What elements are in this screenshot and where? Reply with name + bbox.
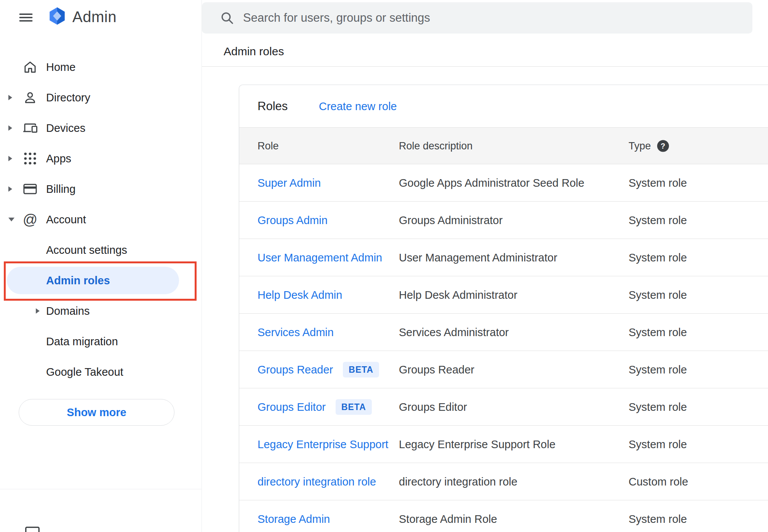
devices-icon [21,119,39,137]
role-type: System role [629,513,687,525]
hamburger-menu-icon[interactable] [17,8,35,27]
table-row: Groups ReaderBETAGroups ReaderSystem rol… [239,351,768,388]
column-header-description: Role description [399,140,473,152]
roles-table-body: Super AdminGoogle Apps Administrator See… [239,164,768,532]
chevron-right-icon[interactable] [8,95,12,100]
role-link[interactable]: Help Desk Admin [258,288,342,301]
role-link[interactable]: User Management Admin [258,251,382,264]
role-type: System role [629,438,687,450]
search-input[interactable] [243,11,752,25]
billing-icon [21,180,39,198]
sidebar-item-label: Google Takeout [46,366,123,378]
role-type: System role [629,401,687,413]
sidebar-item-domains[interactable]: Domains [0,296,202,326]
role-type: Custom role [629,475,688,488]
role-link[interactable]: Groups Editor [258,401,326,413]
table-row: Legacy Enterprise SupportLegacy Enterpri… [239,426,768,463]
chevron-down-icon[interactable] [8,218,14,221]
sidebar-item-label: Account [46,213,86,226]
role-description: User Management Administrator [399,251,557,264]
role-description: Groups Reader [399,363,474,376]
home-icon [21,58,39,76]
sidebar-item-google-takeout[interactable]: Google Takeout [0,357,202,387]
sidebar-item-home[interactable]: Home [0,52,202,82]
role-description: Storage Admin Role [399,513,497,525]
role-description: Services Administrator [399,326,509,338]
role-description: Google Apps Administrator Seed Role [399,176,584,189]
show-more-label: Show more [67,406,126,419]
column-header-role: Role [258,140,279,152]
account-icon: @ [21,211,39,228]
role-description: directory integration role [399,475,517,488]
beta-badge: BETA [336,399,372,415]
role-type: System role [629,251,687,264]
beta-badge: BETA [343,362,379,377]
sidebar-item-label: Home [46,61,75,74]
help-icon[interactable]: ? [657,140,669,152]
sidebar-item-admin-roles[interactable]: Admin roles [0,265,202,296]
create-new-role-link[interactable]: Create new role [319,100,397,112]
apps-icon [21,150,39,167]
table-row: Groups EditorBETAGroups EditorSystem rol… [239,388,768,426]
sidebar-nav: HomeDirectoryDevicesAppsBilling@AccountA… [0,52,202,387]
role-description: Groups Editor [399,401,467,413]
sidebar-bottom-partial-icon [24,524,41,532]
chevron-right-icon[interactable] [8,125,12,131]
header-divider [202,66,768,67]
show-more-button[interactable]: Show more [19,399,174,426]
sidebar-item-label: Data migration [46,335,118,348]
role-description: Legacy Enterprise Support Role [399,438,555,450]
role-link[interactable]: Super Admin [258,176,321,189]
sidebar-header: Admin [0,0,202,42]
table-row: directory integration roledirectory inte… [239,463,768,500]
sidebar-item-billing[interactable]: Billing [0,174,202,204]
directory-icon [21,89,39,106]
roles-card: Roles Create new role Role Role descript… [239,85,768,532]
sidebar-item-label: Directory [46,91,90,104]
sidebar-item-apps[interactable]: Apps [0,143,202,174]
column-header-type: Type ? [629,140,669,152]
roles-title: Roles [258,99,288,113]
role-type: System role [629,288,687,301]
sidebar-item-label: Account settings [46,244,127,256]
sidebar-divider [0,489,202,489]
role-type: System role [629,326,687,338]
table-row: Groups AdminGroups AdministratorSystem r… [239,202,768,239]
sidebar-item-label: Apps [46,152,71,165]
role-link[interactable]: Groups Reader [258,363,333,376]
role-link[interactable]: Storage Admin [258,513,330,525]
sidebar-item-data-migration[interactable]: Data migration [0,326,202,357]
global-search-bar[interactable] [202,2,752,34]
chevron-right-icon[interactable] [36,308,40,314]
type-label: Type [629,140,651,152]
table-row: User Management AdminUser Management Adm… [239,239,768,276]
role-link[interactable]: Groups Admin [258,214,328,226]
sidebar-item-label: Devices [46,122,85,135]
table-header-row: Role Role description Type ? [239,128,768,164]
role-type: System role [629,363,687,376]
sidebar-item-devices[interactable]: Devices [0,113,202,143]
admin-logo[interactable]: Admin [47,6,117,27]
chevron-right-icon[interactable] [8,156,12,161]
role-link[interactable]: Legacy Enterprise Support [258,438,388,450]
role-link[interactable]: Services Admin [258,326,334,338]
sidebar-item-label: Admin roles [46,274,110,287]
sidebar-item-account[interactable]: @Account [0,204,202,235]
chevron-right-icon[interactable] [8,186,12,192]
sidebar-item-account-settings[interactable]: Account settings [0,235,202,265]
sidebar: Admin HomeDirectoryDevicesAppsBilling@Ac… [0,0,202,532]
admin-hexagon-logo-icon [47,6,67,27]
role-type: System role [629,214,687,226]
role-description: Help Desk Administrator [399,288,517,301]
table-row: Storage AdminStorage Admin RoleSystem ro… [239,500,768,532]
roles-card-header: Roles Create new role [239,85,768,128]
table-row: Services AdminServices AdministratorSyst… [239,314,768,351]
role-link[interactable]: directory integration role [258,475,376,488]
sidebar-item-label: Domains [46,305,90,317]
role-type: System role [629,176,687,189]
role-description: Groups Administrator [399,214,502,226]
sidebar-item-label: Billing [46,183,75,195]
sidebar-item-directory[interactable]: Directory [0,82,202,113]
breadcrumb: Admin roles [224,45,284,58]
search-icon [219,10,235,26]
